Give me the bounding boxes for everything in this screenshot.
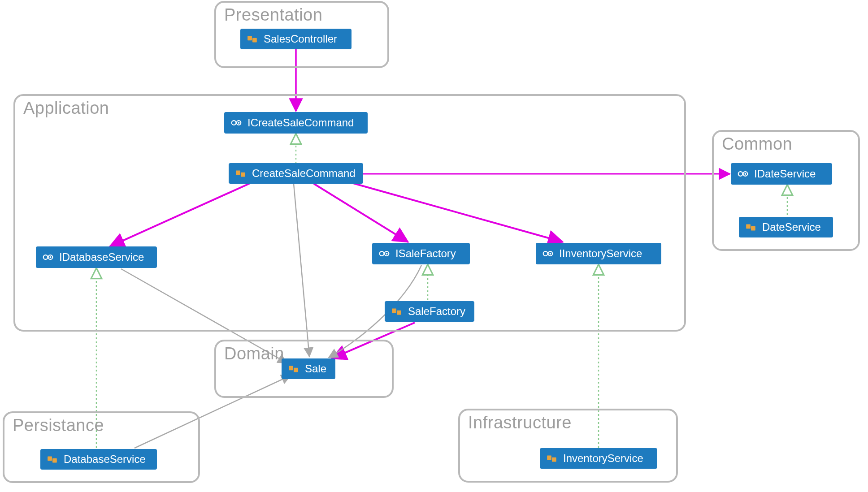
svg-point-9 bbox=[49, 256, 51, 258]
interface-icon bbox=[41, 250, 55, 264]
svg-rect-27 bbox=[547, 456, 551, 460]
group-label: Application bbox=[23, 99, 109, 118]
node-label: DatabaseService bbox=[64, 453, 150, 466]
node-label: SalesController bbox=[264, 33, 344, 45]
node-isalefactory[interactable]: ISaleFactory bbox=[372, 243, 470, 264]
interface-icon bbox=[736, 167, 750, 181]
svg-point-4 bbox=[238, 122, 239, 124]
group-label: Persistance bbox=[13, 416, 104, 435]
group-label: Domain bbox=[224, 344, 284, 363]
svg-rect-16 bbox=[392, 309, 396, 313]
node-idateservice[interactable]: IDateService bbox=[731, 163, 832, 185]
interface-icon bbox=[230, 116, 243, 129]
node-label: Sale bbox=[305, 363, 328, 375]
svg-point-20 bbox=[744, 173, 746, 175]
node-iinventoryservice[interactable]: IInventoryService bbox=[536, 243, 661, 264]
svg-point-15 bbox=[549, 253, 551, 255]
node-label: InventoryService bbox=[563, 452, 650, 465]
node-sale[interactable]: Sale bbox=[282, 358, 335, 379]
svg-rect-21 bbox=[746, 224, 751, 229]
node-label: DateService bbox=[762, 221, 826, 233]
class-icon bbox=[390, 305, 404, 318]
svg-point-18 bbox=[738, 172, 743, 176]
svg-point-13 bbox=[543, 251, 548, 256]
svg-rect-25 bbox=[48, 457, 52, 461]
class-icon bbox=[744, 220, 758, 234]
node-label: SaleFactory bbox=[408, 305, 467, 318]
node-databaseservice[interactable]: DatabaseService bbox=[40, 449, 157, 470]
group-label: Common bbox=[722, 134, 792, 154]
svg-rect-5 bbox=[236, 171, 240, 175]
svg-point-12 bbox=[386, 253, 387, 255]
svg-rect-24 bbox=[294, 368, 298, 372]
svg-point-2 bbox=[232, 121, 236, 125]
svg-rect-28 bbox=[552, 457, 556, 462]
svg-point-7 bbox=[43, 255, 48, 259]
svg-rect-22 bbox=[751, 226, 755, 231]
class-icon bbox=[46, 453, 59, 466]
group-label: Infrastructure bbox=[468, 413, 572, 432]
svg-point-10 bbox=[380, 251, 384, 256]
interface-icon bbox=[541, 247, 555, 260]
svg-rect-23 bbox=[289, 366, 293, 371]
interface-icon bbox=[378, 247, 391, 260]
node-salefactory[interactable]: SaleFactory bbox=[385, 301, 474, 322]
diagram-canvas: Presentation Application Common Domain P… bbox=[0, 0, 868, 492]
class-icon bbox=[234, 167, 247, 180]
node-label: IInventoryService bbox=[559, 247, 654, 260]
svg-rect-1 bbox=[252, 38, 257, 43]
svg-rect-0 bbox=[247, 36, 252, 41]
node-icreatesalecommand[interactable]: ICreateSaleCommand bbox=[224, 112, 368, 134]
class-icon bbox=[287, 362, 300, 375]
svg-rect-6 bbox=[241, 173, 245, 177]
node-label: IDateService bbox=[754, 168, 825, 180]
svg-rect-26 bbox=[52, 458, 57, 463]
node-dateservice[interactable]: DateService bbox=[739, 217, 833, 237]
group-persistance: Persistance bbox=[3, 411, 200, 483]
node-idatabaseservice[interactable]: IDatabaseService bbox=[36, 246, 157, 268]
group-infrastructure: Infrastructure bbox=[458, 409, 678, 483]
svg-rect-17 bbox=[397, 311, 401, 315]
class-icon bbox=[246, 32, 259, 46]
node-salescontroller[interactable]: SalesController bbox=[240, 29, 352, 49]
node-label: ISaleFactory bbox=[395, 247, 463, 260]
group-label: Presentation bbox=[224, 5, 322, 25]
node-label: IDatabaseService bbox=[59, 251, 150, 263]
class-icon bbox=[545, 452, 559, 465]
node-label: CreateSaleCommand bbox=[252, 167, 356, 180]
node-inventoryservice[interactable]: InventoryService bbox=[540, 448, 657, 469]
node-createsalecommand[interactable]: CreateSaleCommand bbox=[229, 163, 363, 184]
node-label: ICreateSaleCommand bbox=[247, 117, 360, 129]
